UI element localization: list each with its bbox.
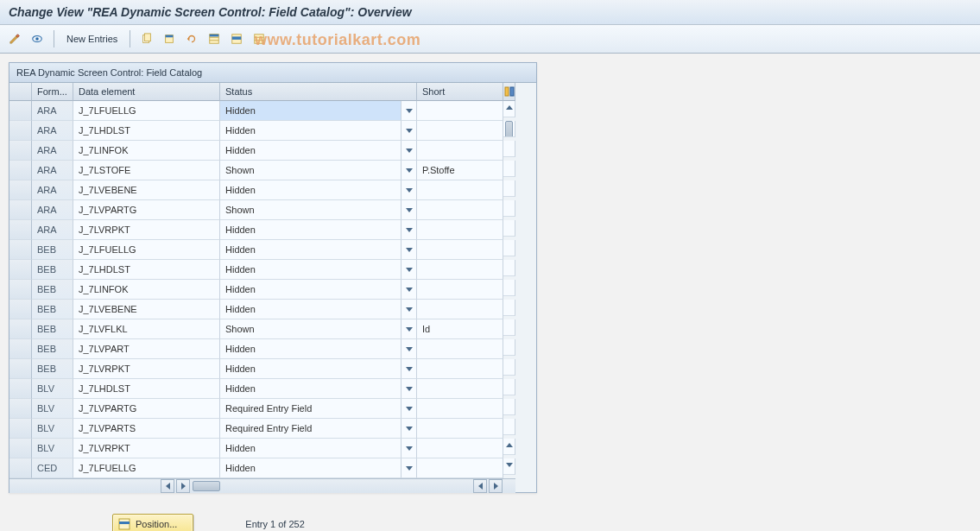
data-element-cell[interactable]: J_7LFUELLG	[73, 101, 220, 121]
row-select-handle[interactable]	[9, 458, 32, 478]
data-element-cell[interactable]: J_7LINFOK	[73, 280, 220, 300]
vertical-scrollbar-track[interactable]	[503, 260, 515, 276]
status-dropdown-arrow[interactable]	[401, 141, 417, 161]
data-element-cell[interactable]: J_7LHDLST	[73, 121, 220, 141]
data-element-cell[interactable]: J_7LVPARTS	[73, 419, 220, 439]
data-element-cell[interactable]: J_7LINFOK	[73, 141, 220, 161]
vertical-scrollbar-track[interactable]	[503, 180, 515, 197]
deselect-all-icon[interactable]	[250, 29, 269, 48]
status-dropdown-arrow[interactable]	[401, 260, 417, 280]
undo-change-icon[interactable]	[182, 29, 201, 48]
status-dropdown-arrow[interactable]	[401, 101, 417, 121]
status-dropdown[interactable]: Hidden	[220, 220, 401, 240]
status-dropdown-arrow[interactable]	[401, 458, 417, 478]
vscroll-thumb[interactable]	[505, 121, 513, 137]
data-element-cell[interactable]: J_7LVEBENE	[73, 180, 220, 200]
row-select-handle[interactable]	[9, 439, 32, 458]
row-select-handle[interactable]	[9, 300, 32, 319]
vertical-scrollbar-track[interactable]	[503, 280, 515, 296]
short-cell[interactable]	[417, 359, 503, 379]
short-cell[interactable]	[417, 339, 503, 359]
row-select-handle[interactable]	[9, 280, 32, 300]
data-element-cell[interactable]: J_7LFUELLG	[73, 240, 220, 260]
vertical-scrollbar-track[interactable]	[503, 439, 515, 455]
short-cell[interactable]: P.Stoffe	[417, 161, 503, 180]
data-element-cell[interactable]: J_7LHDLST	[73, 260, 220, 280]
data-element-cell[interactable]: J_7LVRPKT	[73, 439, 220, 458]
select-all-icon[interactable]	[205, 29, 224, 48]
vertical-scrollbar-track[interactable]	[503, 319, 515, 336]
short-cell[interactable]	[417, 180, 503, 200]
status-dropdown[interactable]: Hidden	[220, 141, 401, 161]
status-dropdown[interactable]: Shown	[220, 200, 401, 220]
row-select-handle[interactable]	[9, 359, 32, 379]
status-dropdown-arrow[interactable]	[401, 121, 417, 141]
vertical-scrollbar-track[interactable]	[503, 240, 515, 256]
status-dropdown[interactable]: Hidden	[220, 458, 401, 478]
short-cell[interactable]	[417, 101, 503, 121]
status-dropdown[interactable]: Shown	[220, 319, 401, 339]
status-dropdown[interactable]: Hidden	[220, 439, 401, 458]
short-cell[interactable]	[417, 200, 503, 220]
row-select-handle[interactable]	[9, 319, 32, 339]
status-dropdown[interactable]: Hidden	[220, 339, 401, 359]
short-cell[interactable]	[417, 240, 503, 260]
vertical-scrollbar-track[interactable]	[503, 300, 515, 316]
row-select-handle[interactable]	[9, 220, 32, 240]
short-cell[interactable]	[417, 121, 503, 141]
status-dropdown[interactable]: Required Entry Field	[220, 419, 401, 439]
status-dropdown-arrow[interactable]	[401, 399, 417, 419]
hscroll-left-button-2[interactable]	[473, 479, 487, 493]
vscroll-up-button[interactable]	[503, 101, 515, 113]
short-cell[interactable]	[417, 379, 503, 399]
position-button[interactable]: Position...	[112, 514, 193, 531]
status-dropdown[interactable]: Required Entry Field	[220, 399, 401, 419]
short-cell[interactable]	[417, 280, 503, 300]
status-dropdown-arrow[interactable]	[401, 419, 417, 439]
row-select-handle[interactable]	[9, 141, 32, 161]
row-select-handle[interactable]	[9, 339, 32, 359]
delete-icon[interactable]	[160, 29, 179, 48]
status-dropdown-arrow[interactable]	[401, 200, 417, 220]
short-cell[interactable]	[417, 458, 503, 478]
short-cell[interactable]	[417, 399, 503, 419]
short-cell[interactable]	[417, 300, 503, 319]
col-status-header[interactable]: Status	[220, 83, 417, 101]
status-dropdown-arrow[interactable]	[401, 220, 417, 240]
configure-columns-icon[interactable]	[503, 83, 515, 101]
hscroll-right-button[interactable]	[176, 479, 190, 493]
data-element-cell[interactable]: J_7LVEBENE	[73, 300, 220, 319]
short-cell[interactable]	[417, 419, 503, 439]
status-dropdown-arrow[interactable]	[401, 319, 417, 339]
vertical-scrollbar-track[interactable]	[503, 101, 515, 117]
row-select-handle[interactable]	[9, 101, 32, 121]
vertical-scrollbar-track[interactable]	[503, 161, 515, 177]
vertical-scrollbar-track[interactable]	[503, 141, 515, 157]
vertical-scrollbar-track[interactable]	[503, 399, 515, 415]
status-dropdown[interactable]: Hidden	[220, 379, 401, 399]
new-entries-button[interactable]: New Entries	[61, 34, 123, 44]
short-cell[interactable]	[417, 439, 503, 458]
status-dropdown-arrow[interactable]	[401, 300, 417, 319]
col-data-element-header[interactable]: Data element	[73, 83, 220, 101]
data-element-cell[interactable]: J_7LVPARTG	[73, 200, 220, 220]
status-dropdown[interactable]: Hidden	[220, 101, 401, 121]
status-dropdown-arrow[interactable]	[401, 439, 417, 458]
row-select-handle[interactable]	[9, 180, 32, 200]
data-element-cell[interactable]: J_7LVFLKL	[73, 319, 220, 339]
toggle-display-change-icon[interactable]	[5, 29, 24, 48]
status-dropdown[interactable]: Hidden	[220, 240, 401, 260]
vertical-scrollbar-track[interactable]	[503, 200, 515, 217]
col-form-header[interactable]: Form...	[32, 83, 73, 101]
copy-as-icon[interactable]	[137, 29, 156, 48]
row-select-handle[interactable]	[9, 419, 32, 439]
vertical-scrollbar-track[interactable]	[503, 379, 515, 395]
data-element-cell[interactable]: J_7LFUELLG	[73, 458, 220, 478]
vertical-scrollbar-track[interactable]	[503, 458, 515, 475]
status-dropdown-arrow[interactable]	[401, 240, 417, 260]
vscroll-down-button[interactable]	[503, 458, 515, 471]
row-select-handle[interactable]	[9, 260, 32, 280]
row-select-handle[interactable]	[9, 379, 32, 399]
vertical-scrollbar-track[interactable]	[503, 220, 515, 237]
status-dropdown[interactable]: Hidden	[220, 180, 401, 200]
